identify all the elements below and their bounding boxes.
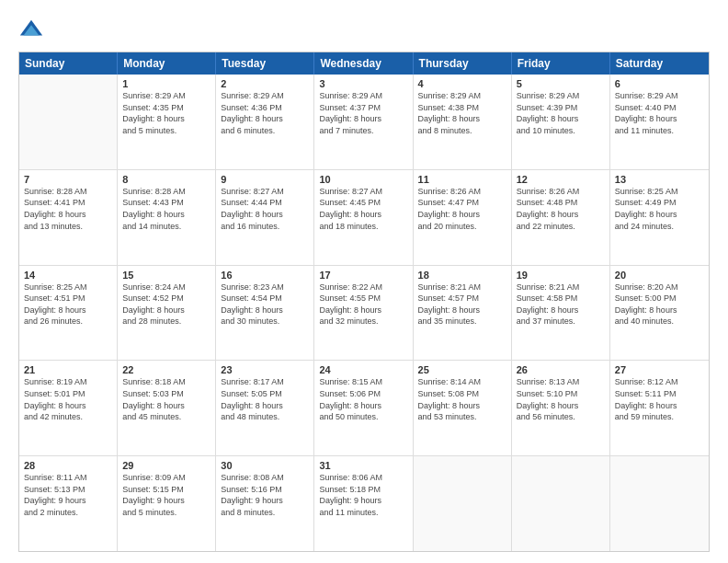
header <box>18 17 710 42</box>
calendar-cell-w5-d7 <box>610 456 709 551</box>
day-info: Sunrise: 8:27 AMSunset: 4:44 PMDaylight:… <box>221 186 309 232</box>
day-info: Sunrise: 8:26 AMSunset: 4:48 PMDaylight:… <box>517 186 605 232</box>
day-info: Sunrise: 8:09 AMSunset: 5:15 PMDaylight:… <box>122 472 210 518</box>
calendar-cell-w2-d5: 11Sunrise: 8:26 AMSunset: 4:47 PMDayligh… <box>414 170 512 265</box>
day-number: 25 <box>418 364 506 375</box>
calendar-cell-w3-d3: 16Sunrise: 8:23 AMSunset: 4:54 PMDayligh… <box>216 266 314 361</box>
day-number: 22 <box>122 364 210 375</box>
day-info: Sunrise: 8:29 AMSunset: 4:40 PMDaylight:… <box>615 90 704 136</box>
day-number: 16 <box>221 270 309 281</box>
calendar-cell-w4-d6: 26Sunrise: 8:13 AMSunset: 5:10 PMDayligh… <box>512 361 610 455</box>
day-info: Sunrise: 8:29 AMSunset: 4:37 PMDaylight:… <box>319 90 407 136</box>
day-number: 5 <box>517 78 605 89</box>
day-number: 17 <box>319 270 407 281</box>
day-number: 11 <box>418 174 506 185</box>
calendar-cell-w1-d3: 2Sunrise: 8:29 AMSunset: 4:36 PMDaylight… <box>216 75 314 169</box>
day-info: Sunrise: 8:25 AMSunset: 4:51 PMDaylight:… <box>24 282 112 327</box>
day-number: 20 <box>615 270 704 281</box>
calendar-cell-w3-d7: 20Sunrise: 8:20 AMSunset: 5:00 PMDayligh… <box>610 266 709 361</box>
day-info: Sunrise: 8:28 AMSunset: 4:41 PMDaylight:… <box>24 186 112 232</box>
day-info: Sunrise: 8:26 AMSunset: 4:47 PMDaylight:… <box>418 186 506 232</box>
calendar-cell-w2-d2: 8Sunrise: 8:28 AMSunset: 4:43 PMDaylight… <box>118 170 216 265</box>
logo <box>18 17 48 42</box>
calendar-cell-w5-d2: 29Sunrise: 8:09 AMSunset: 5:15 PMDayligh… <box>118 456 216 551</box>
day-info: Sunrise: 8:27 AMSunset: 4:45 PMDaylight:… <box>319 186 407 232</box>
calendar-cell-w2-d1: 7Sunrise: 8:28 AMSunset: 4:41 PMDaylight… <box>19 170 118 265</box>
day-number: 9 <box>221 174 309 185</box>
calendar-cell-w2-d7: 13Sunrise: 8:25 AMSunset: 4:49 PMDayligh… <box>610 170 709 265</box>
calendar-cell-w1-d2: 1Sunrise: 8:29 AMSunset: 4:35 PMDaylight… <box>118 75 216 169</box>
calendar-week-3: 14Sunrise: 8:25 AMSunset: 4:51 PMDayligh… <box>19 266 709 362</box>
day-number: 7 <box>24 174 112 185</box>
day-info: Sunrise: 8:17 AMSunset: 5:05 PMDaylight:… <box>221 376 309 422</box>
day-info: Sunrise: 8:20 AMSunset: 5:00 PMDaylight:… <box>615 282 704 327</box>
calendar-cell-w3-d1: 14Sunrise: 8:25 AMSunset: 4:51 PMDayligh… <box>19 266 118 361</box>
day-info: Sunrise: 8:29 AMSunset: 4:35 PMDaylight:… <box>122 90 210 136</box>
day-info: Sunrise: 8:24 AMSunset: 4:52 PMDaylight:… <box>122 282 210 327</box>
calendar-body: 1Sunrise: 8:29 AMSunset: 4:35 PMDaylight… <box>19 75 709 551</box>
calendar-cell-w4-d2: 22Sunrise: 8:18 AMSunset: 5:03 PMDayligh… <box>118 361 216 455</box>
calendar-cell-w1-d4: 3Sunrise: 8:29 AMSunset: 4:37 PMDaylight… <box>314 75 413 169</box>
day-info: Sunrise: 8:29 AMSunset: 4:36 PMDaylight:… <box>221 90 309 136</box>
calendar-header-tuesday: Tuesday <box>216 52 314 75</box>
calendar-header-saturday: Saturday <box>610 52 709 75</box>
day-number: 28 <box>24 460 112 471</box>
day-number: 21 <box>24 364 112 375</box>
calendar-cell-w5-d5 <box>414 456 512 551</box>
calendar-cell-w1-d1 <box>19 75 118 169</box>
calendar-header-sunday: Sunday <box>19 52 118 75</box>
calendar-cell-w3-d4: 17Sunrise: 8:22 AMSunset: 4:55 PMDayligh… <box>314 266 413 361</box>
day-info: Sunrise: 8:29 AMSunset: 4:39 PMDaylight:… <box>517 90 605 136</box>
day-number: 23 <box>221 364 309 375</box>
calendar-cell-w4-d4: 24Sunrise: 8:15 AMSunset: 5:06 PMDayligh… <box>314 361 413 455</box>
day-info: Sunrise: 8:22 AMSunset: 4:55 PMDaylight:… <box>319 282 407 327</box>
day-number: 3 <box>319 78 407 89</box>
day-number: 10 <box>319 174 407 185</box>
day-number: 14 <box>24 270 112 281</box>
calendar-cell-w5-d1: 28Sunrise: 8:11 AMSunset: 5:13 PMDayligh… <box>19 456 118 551</box>
calendar-cell-w4-d3: 23Sunrise: 8:17 AMSunset: 5:05 PMDayligh… <box>216 361 314 455</box>
calendar-week-1: 1Sunrise: 8:29 AMSunset: 4:35 PMDaylight… <box>19 75 709 170</box>
day-number: 1 <box>122 78 210 89</box>
calendar-cell-w2-d4: 10Sunrise: 8:27 AMSunset: 4:45 PMDayligh… <box>314 170 413 265</box>
calendar-week-4: 21Sunrise: 8:19 AMSunset: 5:01 PMDayligh… <box>19 361 709 456</box>
day-number: 24 <box>319 364 407 375</box>
day-number: 19 <box>517 270 605 281</box>
day-number: 31 <box>319 460 407 471</box>
day-number: 15 <box>122 270 210 281</box>
page: SundayMondayTuesdayWednesdayThursdayFrid… <box>0 0 728 563</box>
day-info: Sunrise: 8:08 AMSunset: 5:16 PMDaylight:… <box>221 472 309 518</box>
calendar-cell-w2-d3: 9Sunrise: 8:27 AMSunset: 4:44 PMDaylight… <box>216 170 314 265</box>
calendar-cell-w5-d3: 30Sunrise: 8:08 AMSunset: 5:16 PMDayligh… <box>216 456 314 551</box>
day-number: 26 <box>517 364 605 375</box>
calendar-cell-w5-d4: 31Sunrise: 8:06 AMSunset: 5:18 PMDayligh… <box>314 456 413 551</box>
calendar-cell-w1-d6: 5Sunrise: 8:29 AMSunset: 4:39 PMDaylight… <box>512 75 610 169</box>
calendar-header-monday: Monday <box>118 52 216 75</box>
logo-icon <box>18 17 44 42</box>
calendar-cell-w4-d7: 27Sunrise: 8:12 AMSunset: 5:11 PMDayligh… <box>610 361 709 455</box>
calendar-week-2: 7Sunrise: 8:28 AMSunset: 4:41 PMDaylight… <box>19 170 709 266</box>
calendar-cell-w5-d6 <box>512 456 610 551</box>
day-number: 27 <box>615 364 704 375</box>
calendar-header: SundayMondayTuesdayWednesdayThursdayFrid… <box>19 52 709 75</box>
day-info: Sunrise: 8:15 AMSunset: 5:06 PMDaylight:… <box>319 376 407 422</box>
day-info: Sunrise: 8:12 AMSunset: 5:11 PMDaylight:… <box>615 376 704 422</box>
calendar-cell-w2-d6: 12Sunrise: 8:26 AMSunset: 4:48 PMDayligh… <box>512 170 610 265</box>
calendar-cell-w4-d5: 25Sunrise: 8:14 AMSunset: 5:08 PMDayligh… <box>414 361 512 455</box>
day-info: Sunrise: 8:11 AMSunset: 5:13 PMDaylight:… <box>24 472 112 518</box>
day-number: 18 <box>418 270 506 281</box>
day-info: Sunrise: 8:21 AMSunset: 4:58 PMDaylight:… <box>517 282 605 327</box>
day-info: Sunrise: 8:21 AMSunset: 4:57 PMDaylight:… <box>418 282 506 327</box>
day-info: Sunrise: 8:25 AMSunset: 4:49 PMDaylight:… <box>615 186 704 232</box>
day-number: 6 <box>615 78 704 89</box>
calendar-header-wednesday: Wednesday <box>314 52 413 75</box>
calendar-cell-w1-d7: 6Sunrise: 8:29 AMSunset: 4:40 PMDaylight… <box>610 75 709 169</box>
day-info: Sunrise: 8:29 AMSunset: 4:38 PMDaylight:… <box>418 90 506 136</box>
calendar-header-friday: Friday <box>512 52 610 75</box>
calendar-cell-w3-d6: 19Sunrise: 8:21 AMSunset: 4:58 PMDayligh… <box>512 266 610 361</box>
calendar-cell-w3-d2: 15Sunrise: 8:24 AMSunset: 4:52 PMDayligh… <box>118 266 216 361</box>
day-number: 30 <box>221 460 309 471</box>
calendar-header-thursday: Thursday <box>414 52 512 75</box>
day-info: Sunrise: 8:28 AMSunset: 4:43 PMDaylight:… <box>122 186 210 232</box>
day-number: 13 <box>615 174 704 185</box>
